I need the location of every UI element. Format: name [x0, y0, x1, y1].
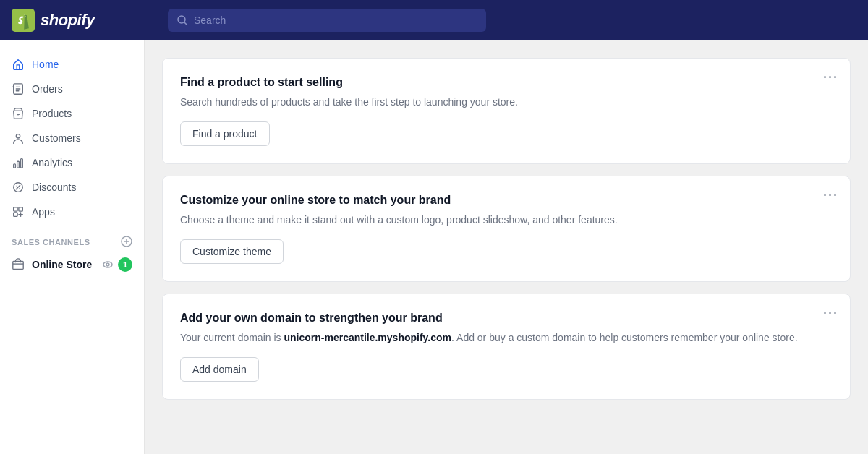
sidebar-item-orders[interactable]: Orders	[0, 77, 144, 101]
sidebar: Home Orders Products	[0, 40, 145, 454]
svg-rect-5	[17, 161, 20, 168]
find-product-card-title: Find a product to start selling	[180, 76, 833, 89]
search-input[interactable]	[194, 14, 477, 26]
sidebar-item-discounts-label: Discounts	[32, 181, 76, 193]
add-domain-button[interactable]: Add domain	[180, 357, 259, 382]
top-navigation: shopify	[0, 0, 868, 40]
search-icon	[176, 14, 188, 26]
logo-area: shopify	[12, 9, 156, 32]
svg-rect-9	[19, 207, 22, 211]
sales-channels-label: SALES CHANNELS	[12, 238, 90, 247]
svg-rect-8	[14, 207, 17, 211]
find-product-button[interactable]: Find a product	[180, 121, 270, 146]
svg-point-3	[16, 134, 20, 138]
online-store-actions: 1	[102, 257, 132, 272]
svg-rect-0	[12, 9, 35, 32]
find-product-card-menu[interactable]: ···	[823, 70, 838, 85]
sidebar-item-customers-label: Customers	[32, 132, 81, 144]
main-content: ··· Find a product to start selling Sear…	[145, 40, 868, 454]
sidebar-item-analytics[interactable]: Analytics	[0, 150, 144, 175]
sidebar-item-analytics-label: Analytics	[32, 157, 72, 168]
sidebar-item-customers[interactable]: Customers	[0, 126, 144, 150]
add-domain-desc-after: . Add or buy a custom domain to help cus…	[451, 332, 798, 343]
find-product-card-desc: Search hundreds of products and take the…	[180, 95, 833, 110]
online-store-icon	[12, 258, 25, 271]
add-domain-desc-before: Your current domain is	[180, 332, 284, 343]
add-domain-domain: unicorn-mercantile.myshopify.com	[284, 332, 451, 343]
add-domain-card-desc: Your current domain is unicorn-mercantil…	[180, 330, 833, 346]
shopify-logo-icon	[12, 9, 35, 32]
analytics-icon	[12, 156, 25, 169]
svg-rect-6	[21, 159, 23, 168]
home-icon	[12, 58, 25, 71]
svg-point-14	[106, 263, 109, 266]
sidebar-item-home-label: Home	[32, 59, 59, 70]
sidebar-item-apps-label: Apps	[32, 206, 55, 218]
customize-theme-card-title: Customize your online store to match you…	[180, 194, 833, 207]
svg-rect-12	[13, 262, 23, 270]
search-bar[interactable]	[168, 9, 486, 32]
sales-channels-section: SALES CHANNELS	[0, 224, 144, 252]
sidebar-item-products-label: Products	[32, 108, 72, 119]
customers-icon	[12, 132, 25, 145]
svg-point-13	[103, 262, 112, 267]
svg-rect-4	[14, 164, 16, 168]
customize-theme-card-desc: Choose a theme and make it stand out wit…	[180, 213, 833, 228]
orders-icon	[12, 82, 25, 95]
add-domain-card: ··· Add your own domain to strengthen yo…	[162, 294, 851, 400]
customize-theme-button[interactable]: Customize theme	[180, 239, 284, 264]
sidebar-item-discounts[interactable]: Discounts	[0, 175, 144, 200]
eye-icon[interactable]	[102, 259, 114, 270]
shopify-wordmark: shopify	[41, 11, 95, 30]
sidebar-item-online-store[interactable]: Online Store 1	[0, 252, 144, 278]
add-domain-card-menu[interactable]: ···	[823, 306, 838, 321]
svg-rect-10	[14, 213, 17, 216]
apps-icon	[12, 205, 25, 218]
sidebar-item-products[interactable]: Products	[0, 101, 144, 126]
sidebar-item-apps[interactable]: Apps	[0, 200, 144, 224]
sidebar-item-orders-label: Orders	[32, 83, 63, 95]
customize-theme-card-menu[interactable]: ···	[823, 188, 838, 203]
customize-theme-card: ··· Customize your online store to match…	[162, 176, 851, 282]
notification-badge: 1	[118, 257, 132, 272]
add-domain-card-title: Add your own domain to strengthen your b…	[180, 312, 833, 325]
find-product-card: ··· Find a product to start selling Sear…	[162, 58, 851, 164]
products-icon	[12, 107, 25, 120]
online-store-label: Online Store	[32, 259, 92, 270]
add-channel-button[interactable]	[121, 236, 132, 249]
discounts-icon	[12, 181, 25, 194]
sidebar-item-home[interactable]: Home	[0, 52, 144, 77]
